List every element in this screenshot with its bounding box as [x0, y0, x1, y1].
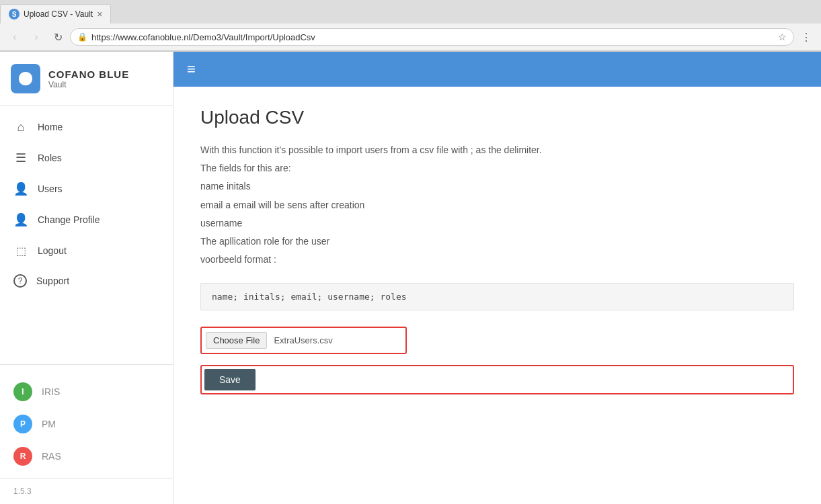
desc-line-1: With this function it's possible to impo… — [200, 142, 794, 159]
connection-ras[interactable]: R RAS — [0, 440, 173, 472]
tab-favicon — [9, 9, 19, 19]
sidebar-item-users-label: Users — [38, 183, 63, 194]
tab-title: Upload CSV - Vault — [24, 9, 93, 19]
file-upload-wrapper: Choose File ExtraUsers.csv — [200, 327, 407, 354]
address-text: https://www.cofanoblue.nl/Demo3/Vault/Im… — [91, 32, 774, 42]
desc-line-4: email a email will be sens after creatio… — [200, 197, 794, 214]
product-name: Vault — [48, 80, 129, 89]
home-icon: ⌂ — [13, 120, 28, 134]
sidebar-item-logout[interactable]: ⬚ Logout — [0, 235, 173, 266]
sidebar-item-roles-label: Roles — [38, 153, 62, 163]
main-content: Upload CSV With this function it's possi… — [173, 87, 821, 504]
sidebar-item-home[interactable]: ⌂ Home — [0, 112, 173, 142]
address-bar[interactable]: 🔒 https://www.cofanoblue.nl/Demo3/Vault/… — [70, 28, 794, 46]
logo-svg — [15, 69, 36, 89]
sidebar-connections: I IRIS P PM R RAS — [0, 370, 173, 478]
sidebar-item-home-label: Home — [38, 122, 63, 132]
sidebar: COFANO BLUE Vault ⌂ Home ☰ Roles 👤 Users… — [0, 52, 173, 504]
ras-icon: R — [13, 447, 32, 466]
page-title: Upload CSV — [200, 107, 794, 128]
brand-name: COFANO BLUE — [48, 69, 129, 80]
sidebar-item-change-profile[interactable]: 👤 Change Profile — [0, 204, 173, 235]
support-icon: ? — [13, 274, 27, 288]
choose-file-button[interactable]: Choose File — [206, 332, 267, 349]
connection-iris[interactable]: I IRIS — [0, 376, 173, 408]
description-block: With this function it's possible to impo… — [200, 142, 794, 269]
sidebar-item-change-profile-label: Change Profile — [38, 214, 100, 225]
file-name-display: ExtraUsers.csv — [267, 333, 401, 348]
sidebar-item-support-label: Support — [36, 276, 69, 286]
back-button[interactable]: ‹ — [5, 28, 24, 46]
pm-icon: P — [13, 415, 32, 433]
tab-close-button[interactable]: × — [97, 9, 102, 19]
change-profile-icon: 👤 — [13, 212, 28, 227]
desc-line-5: username — [200, 215, 794, 232]
roles-icon: ☰ — [13, 151, 28, 165]
topbar: ≡ — [173, 52, 821, 87]
hamburger-menu-button[interactable]: ≡ — [187, 60, 196, 78]
logo-text: COFANO BLUE Vault — [48, 69, 129, 89]
users-icon: 👤 — [13, 181, 28, 196]
sidebar-navigation: ⌂ Home ☰ Roles 👤 Users 👤 Change Profile … — [0, 106, 173, 359]
browser-menu-button[interactable]: ⋮ — [797, 28, 816, 46]
sidebar-item-users[interactable]: 👤 Users — [0, 173, 173, 204]
connection-pm-label: PM — [42, 419, 56, 429]
refresh-button[interactable]: ↻ — [48, 28, 67, 46]
connection-iris-label: IRIS — [42, 386, 60, 397]
logout-icon: ⬚ — [13, 243, 28, 258]
sidebar-logo: COFANO BLUE Vault — [0, 52, 173, 106]
forward-button[interactable]: › — [27, 28, 46, 46]
sidebar-item-logout-label: Logout — [38, 245, 67, 256]
desc-line-6: The apllication role for the user — [200, 233, 794, 250]
connection-pm[interactable]: P PM — [0, 408, 173, 440]
logo-icon — [11, 64, 40, 93]
sidebar-item-roles[interactable]: ☰ Roles — [0, 142, 173, 173]
save-button-wrapper: Save — [200, 365, 794, 394]
connection-ras-label: RAS — [42, 451, 61, 462]
desc-line-3: name initals — [200, 178, 794, 195]
format-text: name; initals; email; username; roles — [212, 292, 407, 302]
iris-icon: I — [13, 382, 32, 401]
new-tab-button[interactable] — [111, 10, 127, 18]
bookmark-icon[interactable]: ☆ — [778, 32, 787, 42]
format-example-box: name; initals; email; username; roles — [200, 283, 794, 310]
desc-line-2: The fields for this are: — [200, 160, 794, 177]
file-upload-section: Choose File ExtraUsers.csv — [200, 327, 794, 354]
desc-line-7: voorbeeld format : — [200, 251, 794, 268]
save-button[interactable]: Save — [204, 369, 256, 390]
sidebar-version: 1.5.3 — [0, 478, 173, 504]
browser-tab[interactable]: Upload CSV - Vault × — [0, 4, 111, 24]
sidebar-item-support[interactable]: ? Support — [0, 266, 173, 296]
lock-icon: 🔒 — [77, 32, 87, 42]
